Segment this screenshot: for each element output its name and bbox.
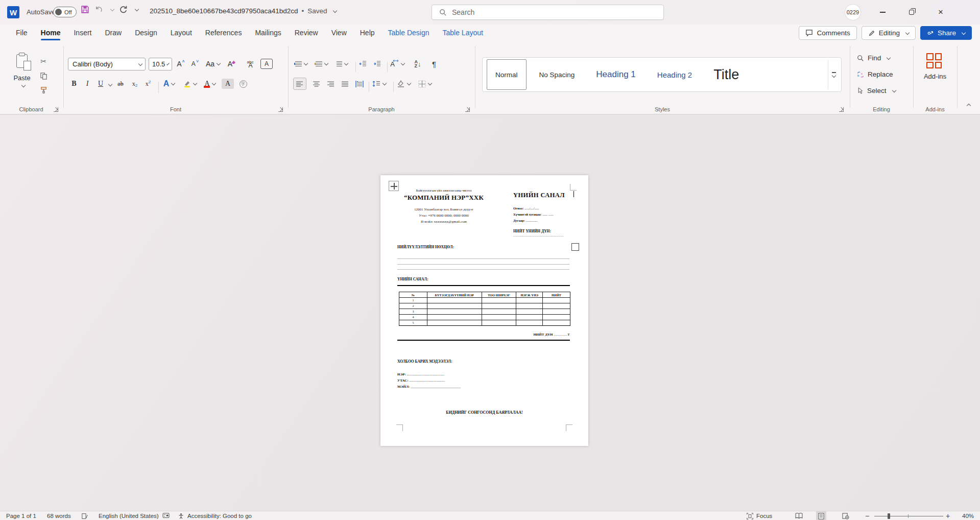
styles-dialog-launcher-icon[interactable] bbox=[839, 107, 844, 112]
checkbox-control[interactable] bbox=[571, 243, 579, 251]
line-spacing-button[interactable] bbox=[370, 78, 388, 90]
multilevel-list-button[interactable] bbox=[334, 58, 350, 70]
addins-icon[interactable] bbox=[926, 53, 942, 68]
tab-references[interactable]: References bbox=[199, 26, 249, 40]
customize-qat-icon[interactable] bbox=[135, 7, 139, 11]
tab-design[interactable]: Design bbox=[128, 26, 164, 40]
autosave-toggle[interactable]: Off bbox=[53, 7, 77, 17]
copy-button[interactable] bbox=[37, 69, 50, 82]
table-cell[interactable] bbox=[427, 298, 482, 303]
row-number-cell[interactable]: 2 bbox=[399, 303, 427, 309]
tab-table-layout[interactable]: Table Layout bbox=[436, 26, 489, 40]
character-shading-button[interactable]: A bbox=[222, 79, 234, 89]
col-number[interactable]: № bbox=[399, 292, 427, 298]
table-cell[interactable] bbox=[516, 315, 543, 320]
clipboard-dialog-launcher-icon[interactable] bbox=[54, 107, 58, 112]
accessibility-status[interactable]: Accessibility: Good to go bbox=[178, 511, 252, 520]
col-quantity[interactable]: ТОО ШИРХЭГ bbox=[482, 292, 516, 298]
undo-dropdown-icon[interactable] bbox=[110, 7, 114, 11]
tab-draw[interactable]: Draw bbox=[98, 26, 128, 40]
close-button[interactable]: × bbox=[929, 0, 952, 25]
table-cell[interactable] bbox=[516, 303, 543, 309]
borders-button[interactable] bbox=[416, 78, 434, 90]
zoom-in-button[interactable]: + bbox=[946, 511, 950, 520]
zoom-out-button[interactable]: − bbox=[865, 511, 869, 520]
styles-more-button[interactable] bbox=[828, 60, 839, 89]
table-cell[interactable] bbox=[427, 309, 482, 315]
row-number-cell[interactable]: 3 bbox=[399, 309, 427, 315]
row-number-cell[interactable]: 1 bbox=[399, 298, 427, 303]
quote-table[interactable]: № БҮТЭЭГДЭХҮҮНИЙ НЭР ТОО ШИРХЭГ НЭГЖ ҮНЭ… bbox=[399, 292, 570, 326]
table-cell[interactable] bbox=[427, 320, 482, 326]
underline-button[interactable]: U bbox=[94, 78, 107, 90]
minimize-button[interactable] bbox=[871, 0, 894, 25]
table-cell[interactable] bbox=[543, 320, 570, 326]
print-layout-button[interactable] bbox=[816, 511, 826, 520]
shading-button[interactable] bbox=[394, 78, 413, 90]
tab-review[interactable]: Review bbox=[288, 26, 325, 40]
table-cell[interactable] bbox=[482, 298, 516, 303]
table-cell[interactable] bbox=[482, 309, 516, 315]
shrink-font-button[interactable]: A˅ bbox=[189, 58, 201, 70]
align-right-button[interactable] bbox=[325, 78, 337, 90]
clear-formatting-button[interactable]: A bbox=[226, 58, 238, 70]
table-cell[interactable] bbox=[482, 303, 516, 309]
tab-insert[interactable]: Insert bbox=[67, 26, 98, 40]
distribute-button[interactable] bbox=[353, 78, 366, 90]
col-unit-price[interactable]: НЭГЖ ҮНЭ bbox=[516, 292, 543, 298]
highlight-button[interactable] bbox=[181, 78, 198, 90]
tab-table-design[interactable]: Table Design bbox=[381, 26, 436, 40]
proofing-icon[interactable] bbox=[82, 511, 88, 520]
tab-file[interactable]: File bbox=[9, 26, 34, 40]
character-border-button[interactable]: A bbox=[260, 59, 273, 69]
undo-icon[interactable] bbox=[94, 5, 103, 14]
tab-mailings[interactable]: Mailings bbox=[248, 26, 288, 40]
focus-button[interactable]: Focus bbox=[747, 511, 772, 520]
align-center-button[interactable] bbox=[310, 78, 323, 90]
bold-button[interactable]: B bbox=[68, 78, 80, 90]
row-number-cell[interactable]: 4 bbox=[399, 315, 427, 320]
row-number-cell[interactable]: 5 bbox=[399, 320, 427, 326]
tab-layout[interactable]: Layout bbox=[164, 26, 199, 40]
style-no-spacing[interactable]: No Spacing bbox=[531, 59, 584, 90]
tab-help[interactable]: Help bbox=[353, 26, 381, 40]
table-cell[interactable] bbox=[516, 320, 543, 326]
change-case-button[interactable]: Aa bbox=[204, 58, 222, 70]
select-button[interactable]: Select bbox=[857, 87, 896, 94]
paragraph-dialog-launcher-icon[interactable] bbox=[465, 107, 470, 112]
format-painter-button[interactable] bbox=[37, 84, 50, 96]
strikethrough-button[interactable]: ab bbox=[114, 78, 127, 90]
table-cell[interactable] bbox=[543, 309, 570, 315]
zoom-level[interactable]: 40% bbox=[962, 511, 974, 520]
web-layout-button[interactable] bbox=[840, 511, 851, 520]
restore-button[interactable] bbox=[900, 0, 923, 25]
col-total[interactable]: НИЙТ bbox=[543, 292, 570, 298]
style-normal[interactable]: Normal bbox=[487, 59, 527, 90]
bullets-button[interactable] bbox=[293, 58, 309, 70]
decrease-indent-button[interactable] bbox=[356, 58, 369, 70]
grow-font-button[interactable]: A˄ bbox=[175, 58, 187, 70]
justify-button[interactable] bbox=[339, 78, 351, 90]
cut-button[interactable]: ✂ bbox=[37, 55, 50, 67]
table-cell[interactable] bbox=[427, 315, 482, 320]
numbering-button[interactable] bbox=[314, 58, 330, 70]
font-family-select[interactable]: Calibri (Body) bbox=[68, 58, 146, 70]
font-dialog-launcher-icon[interactable] bbox=[278, 107, 283, 112]
account-avatar[interactable]: 0229 bbox=[845, 5, 861, 20]
phonetic-guide-button[interactable]: abcA bbox=[242, 58, 257, 70]
subscript-button[interactable]: x2 bbox=[129, 78, 141, 90]
text-predictions-icon[interactable] bbox=[162, 511, 170, 520]
editing-mode-button[interactable]: Editing bbox=[862, 26, 916, 40]
style-title[interactable]: Title bbox=[705, 59, 748, 90]
redo-icon[interactable] bbox=[119, 5, 128, 14]
text-effects-button[interactable]: A bbox=[160, 78, 178, 90]
table-cell[interactable] bbox=[516, 298, 543, 303]
align-left-button[interactable] bbox=[293, 78, 306, 90]
table-cell[interactable] bbox=[482, 320, 516, 326]
zoom-slider-track[interactable] bbox=[874, 516, 943, 516]
read-mode-button[interactable] bbox=[793, 511, 805, 520]
style-heading-1[interactable]: Heading 1 bbox=[587, 59, 644, 90]
save-icon[interactable] bbox=[81, 5, 89, 14]
paste-button[interactable]: Paste bbox=[10, 54, 34, 99]
underline-dropdown-icon[interactable] bbox=[108, 82, 112, 86]
